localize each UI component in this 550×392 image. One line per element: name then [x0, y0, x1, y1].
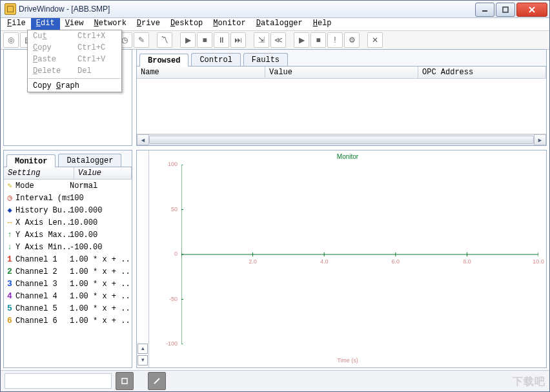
tab-faults[interactable]: Faults [243, 53, 288, 66]
interval-icon: ◷ [7, 193, 12, 203]
browsed-grid-body [137, 79, 546, 134]
monitor-col-setting[interactable]: Setting [4, 167, 74, 179]
monitor-panel: MonitorDatalogger Setting Value ✎ModeNor… [3, 150, 132, 368]
monitor-row[interactable]: 2Channel 21.00 * x + ... [4, 265, 132, 278]
menu-item-copy-graph[interactable]: Copy Graph [28, 80, 121, 92]
monitor-row[interactable]: 3Channel 31.00 * x + ... [4, 278, 132, 290]
setting-label: History Bu... [15, 206, 70, 215]
monitor-row[interactable]: ✎ModeNormal [4, 180, 132, 192]
menu-drive[interactable]: Drive [132, 18, 165, 30]
chart-title: Monitor [149, 153, 546, 160]
monitor-row[interactable]: ↓Y Axis Min...-100.00 [4, 241, 132, 253]
menu-help[interactable]: Help [308, 18, 337, 30]
graph-tool-icon[interactable]: 〽 [157, 32, 172, 48]
y-tick: 50 [152, 206, 178, 212]
monitor-col-value[interactable]: Value [74, 167, 132, 179]
setting-label: Channel 3 [15, 280, 70, 289]
channel-number-icon: 5 [7, 304, 12, 313]
monitor-row[interactable]: ◆History Bu...100.000 [4, 204, 132, 216]
alert-icon[interactable]: ! [327, 32, 343, 48]
pause-icon[interactable]: ⏸ [214, 32, 229, 48]
monitor-row[interactable]: ↑Y Axis Max...100.00 [4, 229, 132, 241]
setting-label: Y Axis Max... [15, 231, 70, 240]
minimize-button[interactable] [475, 3, 494, 17]
history-icon: ◆ [7, 205, 12, 215]
monitor-row[interactable]: 6Channel 61.00 * x + ... [4, 315, 132, 327]
monitor-rows: ✎ModeNormal◷Interval (ms)100◆History Bu.… [4, 180, 132, 367]
tab-monitor[interactable]: Monitor [6, 154, 56, 167]
play-icon[interactable]: ▶ [180, 32, 196, 48]
delete-icon[interactable]: ✕ [367, 32, 383, 48]
setting-value: 1.00 * x + ... [70, 304, 132, 313]
menubar: FileEditViewNetworkDriveDesktopMonitorDa… [1, 18, 549, 31]
menu-datalogger[interactable]: Datalogger [251, 18, 308, 30]
setting-label: X Axis Len... [15, 218, 70, 227]
menu-item-copy[interactable]: CopyCtrl+C [28, 42, 121, 54]
chart-down-icon[interactable]: ▾ [138, 355, 148, 366]
setting-value: 1.00 * x + ... [70, 255, 132, 264]
menu-edit[interactable]: Edit [31, 18, 60, 30]
menu-item-cut[interactable]: CutCtrl+X [28, 30, 121, 42]
svg-rect-17 [122, 378, 127, 384]
monitor-row[interactable]: 5Channel 51.00 * x + ... [4, 302, 132, 315]
browsed-col-value[interactable]: Value [265, 67, 418, 78]
menu-item-delete[interactable]: DeleteDel [28, 65, 121, 77]
skip-icon[interactable]: ⏭ [230, 32, 246, 48]
rewind2-icon[interactable]: ≪ [270, 32, 286, 48]
y-tick: -100 [152, 340, 178, 347]
scroll-right-icon[interactable]: ► [534, 134, 546, 145]
scroll-left-icon[interactable]: ◄ [137, 134, 149, 145]
window-title: DriveWindow - [ABB.SMP] [19, 5, 110, 14]
setting-label: Channel 4 [15, 292, 70, 301]
setting-value: 1.00 * x + ... [70, 267, 132, 276]
x-tick: 2.0 [249, 258, 257, 265]
monitor-row[interactable]: 1Channel 11.00 * x + ... [4, 253, 132, 265]
monitor-row[interactable]: ↔X Axis Len...10.000 [4, 216, 132, 229]
xaxis-icon: ↔ [7, 218, 12, 227]
menu-item-paste[interactable]: PasteCtrl+V [28, 54, 121, 65]
channel-number-icon: 6 [7, 316, 12, 325]
menu-network[interactable]: Network [88, 18, 131, 30]
stop-icon[interactable]: ■ [197, 32, 212, 48]
x-tick: 8.0 [463, 258, 471, 265]
monitor-row[interactable]: ◷Interval (ms)100 [4, 192, 132, 204]
menu-desktop[interactable]: Desktop [165, 18, 208, 30]
play2-icon[interactable]: ▶ [294, 32, 309, 48]
channel-number-icon: 1 [7, 254, 12, 264]
setting-value: 1.00 * x + ... [70, 316, 132, 325]
watermark: 下载吧 [513, 375, 545, 389]
y-tick: -50 [152, 296, 178, 302]
settings-icon[interactable]: ⚙ [344, 32, 360, 48]
menu-file[interactable]: File [2, 18, 31, 30]
export-icon[interactable]: ⇲ [254, 32, 269, 48]
scroll-thumb[interactable] [149, 136, 534, 144]
chart-panel: ▴ ▾ Monitor 2.04.06.08.010.0-100-5005010… [136, 150, 547, 368]
titlebar: DriveWindow - [ABB.SMP] [1, 1, 549, 18]
mode-icon: ✎ [7, 181, 12, 191]
edit-tool-icon[interactable]: ✎ [134, 32, 149, 48]
stop2-icon[interactable]: ■ [311, 32, 326, 48]
setting-value: 1.00 * x + ... [70, 292, 132, 301]
browsed-scrollbar[interactable]: ◄ ► [137, 134, 546, 145]
chart-up-icon[interactable]: ▴ [138, 344, 148, 354]
status-cell-1 [5, 373, 112, 389]
chart-xlabel: Time (s) [149, 357, 546, 364]
tab-control[interactable]: Control [191, 53, 240, 66]
tab-datalogger[interactable]: Datalogger [58, 154, 121, 167]
monitor-row[interactable]: 4Channel 41.00 * x + ... [4, 290, 132, 302]
status-button-1[interactable] [116, 372, 134, 390]
target-icon[interactable]: ◎ [3, 32, 19, 48]
browsed-col-opc[interactable]: OPC Address [418, 67, 546, 78]
status-button-2[interactable] [148, 372, 166, 390]
close-button[interactable] [516, 3, 547, 17]
setting-value: -100.00 [70, 243, 132, 252]
setting-label: Channel 1 [15, 255, 70, 264]
setting-value: 100.00 [70, 231, 132, 240]
browsed-col-name[interactable]: Name [137, 67, 265, 78]
menu-monitor[interactable]: Monitor [208, 18, 250, 30]
app-icon [5, 3, 16, 15]
tab-browsed[interactable]: Browsed [139, 54, 188, 67]
setting-value: Normal [70, 181, 132, 191]
menu-view[interactable]: View [60, 18, 89, 30]
maximize-button[interactable] [496, 3, 515, 17]
